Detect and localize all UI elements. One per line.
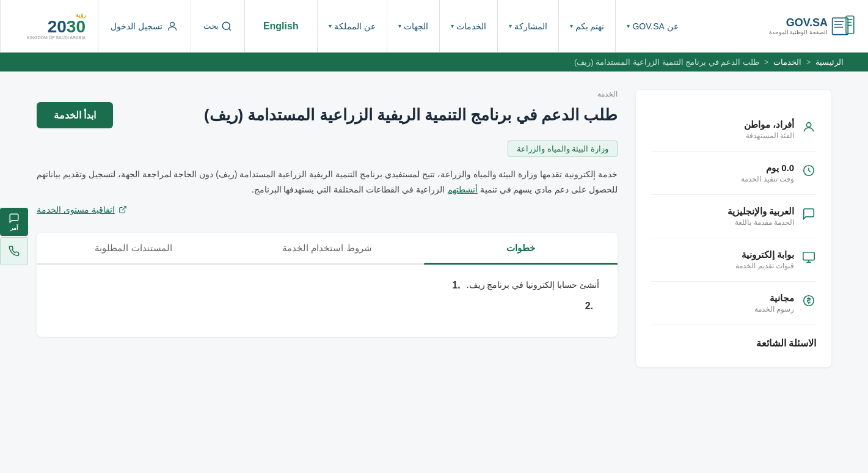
chevron-down-icon: ▾ xyxy=(570,23,573,29)
step-1-number: .1 xyxy=(450,280,461,291)
chevron-down-icon: ▾ xyxy=(509,23,512,29)
nav-item-kingdom[interactable]: عن المملكة ▾ xyxy=(317,0,387,52)
nav-item-care[interactable]: نهتم بكم ▾ xyxy=(558,0,616,52)
monitor-icon xyxy=(801,251,816,267)
svg-rect-2 xyxy=(834,24,842,25)
svg-rect-4 xyxy=(846,16,854,34)
chevron-down-icon: ▾ xyxy=(627,23,630,29)
fee-value: مجانية xyxy=(754,293,794,304)
search-button[interactable]: بحث xyxy=(191,0,244,52)
sidebar-target-audience: أفراد، مواطن الفئة المستهدفة xyxy=(651,108,816,152)
main-nav: عن GOV.SA ▾ نهتم بكم ▾ المشاركة ▾ الخدما… xyxy=(317,0,757,52)
chevron-down-icon: ▾ xyxy=(398,23,401,29)
service-section-label: الخدمة xyxy=(37,90,618,98)
svg-line-9 xyxy=(228,28,230,30)
breadcrumb-services[interactable]: الخدمات xyxy=(773,57,801,67)
chevron-down-icon: ▾ xyxy=(329,23,332,29)
sidebar: أفراد، مواطن الفئة المستهدفة 0.0 يوم وقت… xyxy=(636,90,831,367)
govsa-logo: GOV.SA الصفحة الوطنية الموحدة xyxy=(769,14,856,38)
logo-year: 2030 xyxy=(27,18,86,35)
chat-float-label: آمر xyxy=(10,225,18,231)
tab-conditions[interactable]: شروط استخدام الخدمة xyxy=(230,233,424,263)
nav-item-about-govsa[interactable]: عن GOV.SA ▾ xyxy=(615,0,689,52)
vision-2030-logo: رؤية 2030 KINGDOM OF SAUDI ARABIA xyxy=(0,0,98,52)
clock-icon xyxy=(801,164,816,180)
tabs-content: أنشئ حسابا إلكترونيا في برنامج ريف. .1 .… xyxy=(37,265,618,337)
svg-rect-1 xyxy=(834,21,844,22)
svg-point-11 xyxy=(806,123,811,127)
service-title: طلب الدعم في برنامج التنمية الريفية الزر… xyxy=(122,104,618,126)
govsa-text: GOV.SA xyxy=(769,16,828,29)
phone-float-button[interactable] xyxy=(0,237,28,265)
chat-float-icon xyxy=(9,213,20,224)
sidebar-language: العربية والإنجليزية الخدمة مقدمة باللغة xyxy=(651,195,816,238)
chevron-down-icon: ▾ xyxy=(451,23,454,29)
svg-rect-5 xyxy=(847,19,852,20)
login-button[interactable]: تسجيل الدخول xyxy=(98,0,191,52)
svg-line-17 xyxy=(122,207,126,210)
svg-rect-3 xyxy=(834,26,843,28)
govsa-icon xyxy=(831,14,856,38)
main-content: أفراد، مواطن الفئة المستهدفة 0.0 يوم وقت… xyxy=(0,72,868,386)
channel-value: بوابة إلكترونية xyxy=(735,249,794,260)
lang-value: العربية والإنجليزية xyxy=(728,206,794,217)
breadcrumb: الرئيسية < الخدمات < طلب الدعم في برنامج… xyxy=(0,53,868,72)
logo-container: رؤية 2030 KINGDOM OF SAUDI ARABIA xyxy=(27,12,86,40)
step-1-text: أنشئ حسابا إلكترونيا في برنامج ريف. xyxy=(467,280,599,290)
language-toggle[interactable]: English xyxy=(244,0,317,52)
step-1: أنشئ حسابا إلكترونيا في برنامج ريف. .1 xyxy=(55,280,599,291)
time-value: 0.0 يوم xyxy=(741,163,794,174)
service-area: الخدمة طلب الدعم في برنامج التنمية الريف… xyxy=(37,90,618,367)
floating-buttons: آمر xyxy=(0,208,28,265)
target-label: الفئة المستهدفة xyxy=(744,131,794,140)
tabs-container: خطوات شروط استخدام الخدمة المستندات المط… xyxy=(37,233,618,337)
highlight-activities[interactable]: أنشطتهم xyxy=(447,185,478,194)
tab-documents[interactable]: المستندات المطلوبة xyxy=(37,233,230,263)
svg-rect-6 xyxy=(847,21,851,23)
nav-item-participation[interactable]: المشاركة ▾ xyxy=(497,0,558,52)
sidebar-channel: بوابة إلكترونية قنوات تقديم الخدمة xyxy=(651,238,816,282)
start-service-button[interactable]: ابدأ الخدمة xyxy=(37,102,113,128)
breadcrumb-home[interactable]: الرئيسية xyxy=(815,57,844,67)
step-2: .2 xyxy=(55,301,599,312)
lang-label: الخدمة مقدمة باللغة xyxy=(728,218,794,227)
fee-label: رسوم الخدمة xyxy=(754,305,794,314)
svg-rect-7 xyxy=(847,24,852,26)
target-value: أفراد، مواطن xyxy=(744,119,794,130)
nav-item-entities[interactable]: الجهات ▾ xyxy=(387,0,439,52)
kingdom-text-en: KINGDOM OF SAUDI ARABIA xyxy=(27,35,86,40)
tabs-header: خطوات شروط استخدام الخدمة المستندات المط… xyxy=(37,233,618,265)
sla-link[interactable]: اتفاقية مستوى الخدمة xyxy=(37,205,618,215)
person-icon xyxy=(801,120,816,137)
breadcrumb-sep-2: < xyxy=(764,58,768,67)
service-description: خدمة إلكترونية تقدمها وزارة البيئة والمي… xyxy=(37,167,618,197)
search-icon xyxy=(221,21,232,32)
person-icon xyxy=(166,20,178,32)
chat-float-button[interactable]: آمر xyxy=(0,208,28,236)
tab-steps[interactable]: خطوات xyxy=(424,233,618,263)
time-label: وقت تنفيذ الخدمة xyxy=(741,175,794,183)
faq-label[interactable]: الاسئلة الشائعة xyxy=(651,325,816,349)
svg-point-10 xyxy=(170,22,175,26)
breadcrumb-current: طلب الدعم في برنامج التنمية الزراعية الم… xyxy=(574,57,759,67)
channel-label: قنوات تقديم الخدمة xyxy=(735,262,794,270)
govsa-logo-area: GOV.SA الصفحة الوطنية الموحدة xyxy=(757,0,868,52)
svg-rect-13 xyxy=(803,252,814,260)
ministry-badge: وزارة البيئة والمياه والزراعة xyxy=(508,141,618,157)
phone-float-icon xyxy=(9,246,20,257)
service-title-row: طلب الدعم في برنامج التنمية الريفية الزر… xyxy=(37,102,618,128)
step-2-number: .2 xyxy=(582,301,593,312)
main-header: GOV.SA الصفحة الوطنية الموحدة عن GOV.SA … xyxy=(0,0,868,53)
nav-item-services[interactable]: الخدمات ▾ xyxy=(439,0,497,52)
sidebar-fee: مجانية رسوم الخدمة xyxy=(651,282,816,325)
money-icon xyxy=(801,294,816,310)
govsa-subtext: الصفحة الوطنية الموحدة xyxy=(769,29,828,35)
sidebar-execution-time: 0.0 يوم وقت تنفيذ الخدمة xyxy=(651,152,816,195)
chat-icon xyxy=(801,207,816,224)
svg-point-8 xyxy=(222,22,230,29)
external-link-icon xyxy=(119,205,127,214)
breadcrumb-sep-1: < xyxy=(806,58,811,67)
svg-point-16 xyxy=(804,296,814,306)
